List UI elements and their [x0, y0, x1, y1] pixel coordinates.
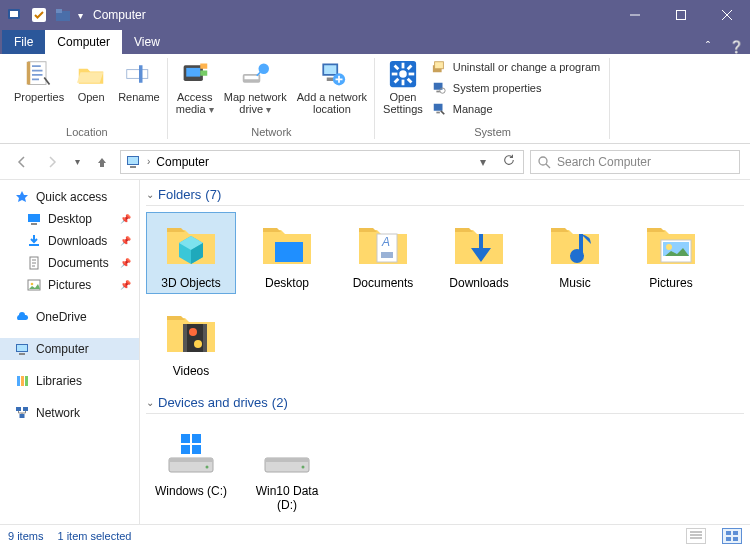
tree-pictures[interactable]: Pictures 📌 — [0, 274, 139, 296]
item-label: Pictures — [649, 276, 692, 290]
breadcrumb[interactable]: Computer — [156, 155, 209, 169]
documents-icon — [26, 255, 42, 271]
search-box[interactable] — [530, 150, 740, 174]
qat-folder-icon[interactable] — [54, 6, 72, 24]
downloads-folder-icon — [451, 216, 507, 272]
folders-grid: 3D Objects Desktop A Documents — [146, 212, 744, 382]
svg-rect-77 — [192, 434, 201, 443]
close-button[interactable] — [704, 0, 750, 30]
forward-button[interactable] — [40, 150, 64, 174]
item-music[interactable]: Music — [530, 212, 620, 294]
help-icon[interactable]: ❔ — [722, 40, 750, 54]
tree-network[interactable]: Network — [0, 402, 139, 424]
svg-point-82 — [302, 466, 305, 469]
tree-downloads[interactable]: Downloads 📌 — [0, 230, 139, 252]
item-drive-c[interactable]: Windows (C:) — [146, 420, 236, 516]
access-media-button[interactable]: Access media ▾ — [172, 56, 218, 125]
up-button[interactable] — [90, 150, 114, 174]
search-input[interactable] — [557, 155, 733, 169]
refresh-button[interactable] — [499, 154, 519, 169]
sys-props-button[interactable]: System properties — [429, 78, 606, 98]
desktop-icon — [26, 211, 42, 227]
item-downloads[interactable]: Downloads — [434, 212, 524, 294]
search-icon — [537, 155, 551, 169]
tab-file[interactable]: File — [2, 30, 45, 54]
manage-button[interactable]: Manage — [429, 99, 606, 119]
svg-rect-69 — [183, 324, 187, 352]
pin-icon: 📌 — [120, 214, 131, 224]
svg-rect-57 — [16, 407, 21, 411]
map-drive-button[interactable]: Map network drive ▾ — [220, 56, 291, 125]
view-large-icons-button[interactable] — [722, 528, 742, 544]
svg-rect-46 — [31, 223, 37, 225]
svg-point-64 — [570, 249, 584, 263]
view-details-button[interactable] — [686, 528, 706, 544]
maximize-button[interactable] — [658, 0, 704, 30]
item-documents[interactable]: A Documents — [338, 212, 428, 294]
svg-rect-52 — [17, 345, 27, 351]
quick-access-icon — [14, 189, 30, 205]
svg-rect-79 — [192, 445, 201, 454]
item-label: Desktop — [265, 276, 309, 290]
tree-label: OneDrive — [36, 310, 87, 324]
nav-tree: Quick access Desktop 📌 Downloads 📌 Docum… — [0, 180, 140, 524]
tree-computer[interactable]: Computer — [0, 338, 139, 360]
group-devices-header[interactable]: ⌄ Devices and drives (2) — [146, 392, 744, 414]
item-3d-objects[interactable]: 3D Objects — [146, 212, 236, 294]
item-desktop[interactable]: Desktop — [242, 212, 332, 294]
breadcrumb-chevron-icon[interactable]: › — [147, 156, 150, 167]
tab-view[interactable]: View — [122, 30, 172, 54]
svg-rect-13 — [186, 68, 200, 77]
tree-label: Documents — [48, 256, 109, 270]
item-drive-d[interactable]: Win10 Data (D:) — [242, 420, 332, 516]
tree-label: Downloads — [48, 234, 107, 248]
ribbon-group-system-label: System — [379, 125, 606, 143]
open-folder-icon — [75, 58, 107, 90]
tab-computer[interactable]: Computer — [45, 30, 122, 54]
back-button[interactable] — [10, 150, 34, 174]
qat-checkbox-icon[interactable] — [30, 6, 48, 24]
minimize-button[interactable] — [612, 0, 658, 30]
svg-rect-10 — [127, 70, 148, 79]
ribbon-group-network-label: Network — [172, 125, 371, 143]
recent-dropdown[interactable]: ▾ — [70, 150, 84, 174]
tree-quick-access[interactable]: Quick access — [0, 186, 139, 208]
manage-icon — [431, 101, 447, 117]
item-label: Win10 Data (D:) — [244, 484, 330, 512]
uninstall-label: Uninstall or change a program — [453, 61, 600, 73]
svg-point-75 — [206, 466, 209, 469]
tree-documents[interactable]: Documents 📌 — [0, 252, 139, 274]
svg-point-67 — [666, 244, 672, 250]
music-folder-icon — [547, 216, 603, 272]
qat-dropdown-icon[interactable]: ▾ — [78, 10, 83, 21]
properties-button[interactable]: Properties — [10, 56, 68, 125]
rename-icon — [123, 58, 155, 90]
computer-icon — [14, 341, 30, 357]
collapse-icon: ⌄ — [146, 189, 154, 200]
tree-label: Libraries — [36, 374, 82, 388]
open-settings-button[interactable]: Open Settings — [379, 56, 427, 125]
tree-onedrive[interactable]: OneDrive — [0, 306, 139, 328]
downloads-icon — [26, 233, 42, 249]
tree-libraries[interactable]: Libraries — [0, 370, 139, 392]
tree-desktop[interactable]: Desktop 📌 — [0, 208, 139, 230]
item-label: Videos — [173, 364, 209, 378]
map-drive-icon — [239, 58, 271, 90]
ribbon-collapse-icon[interactable]: ˆ — [694, 40, 722, 54]
status-item-count: 9 items — [8, 530, 43, 542]
item-pictures[interactable]: Pictures — [626, 212, 716, 294]
address-bar[interactable]: › Computer ▾ — [120, 150, 524, 174]
titlebar: ▾ Computer — [0, 0, 750, 30]
svg-rect-81 — [265, 458, 309, 462]
group-folders-header[interactable]: ⌄ Folders (7) — [146, 184, 744, 206]
svg-rect-74 — [169, 458, 213, 462]
address-dropdown-icon[interactable]: ▾ — [473, 155, 493, 169]
rename-button[interactable]: Rename — [114, 56, 164, 125]
open-button[interactable]: Open — [70, 56, 112, 125]
body: Quick access Desktop 📌 Downloads 📌 Docum… — [0, 180, 750, 524]
add-location-button[interactable]: Add a network location — [293, 56, 371, 125]
uninstall-button[interactable]: Uninstall or change a program — [429, 57, 606, 77]
svg-line-44 — [546, 164, 550, 168]
sys-props-icon — [431, 80, 447, 96]
item-videos[interactable]: Videos — [146, 300, 236, 382]
